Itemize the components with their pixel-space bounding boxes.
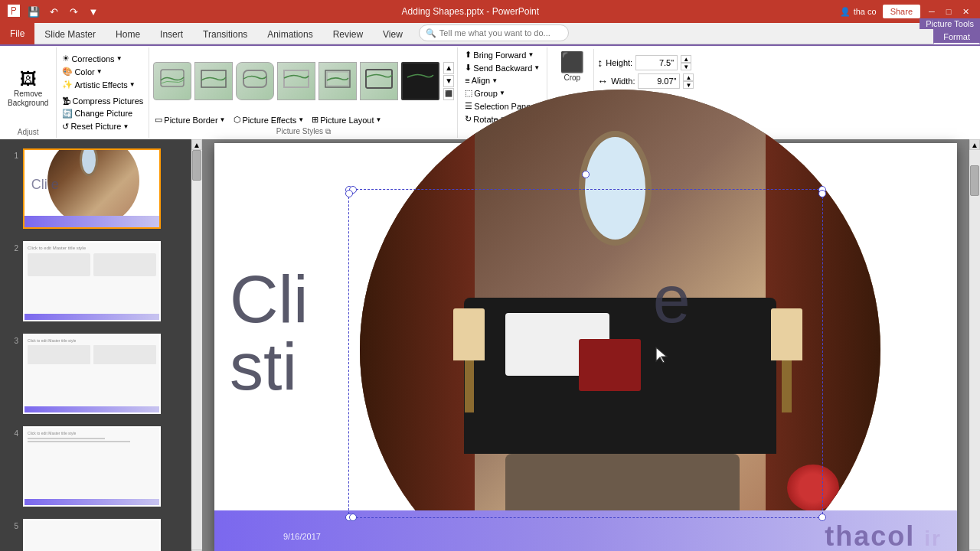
artistic-effects-icon: ✨ (62, 80, 73, 90)
border-icon: ▭ (155, 115, 162, 125)
tab-format[interactable]: Format (933, 29, 980, 44)
width-input[interactable] (638, 73, 680, 89)
align-button[interactable]: ≡ Align ▼ (462, 75, 542, 86)
redo-button[interactable]: ↷ (66, 4, 81, 19)
slide-thumbnail-3[interactable]: 3 Click to edit Master title style (3, 331, 188, 417)
slide-thumbnail-2[interactable]: 2 Click to edit Master title style (3, 238, 188, 324)
picture-style-3[interactable] (236, 62, 274, 100)
tab-transitions[interactable]: Transitions (193, 24, 257, 44)
reset-dropdown-arrow: ▼ (122, 123, 129, 130)
picture-style-1[interactable] (153, 62, 191, 100)
slide-preview-5[interactable] (23, 519, 161, 551)
height-spinner: ▲ ▼ (681, 55, 691, 70)
tab-slide-master[interactable]: Slide Master (34, 24, 106, 44)
slide-thumbnail-4[interactable]: 4 Click to edit Master title style (3, 423, 188, 510)
crop-icon: ⬛ (560, 52, 584, 72)
save-button[interactable]: 💾 (26, 4, 41, 19)
gallery-down-arrow[interactable]: ▼ (443, 75, 454, 87)
slide-date: 9/16/2017 (283, 532, 321, 541)
change-picture-button[interactable]: 🔄 Change Picture (60, 108, 145, 119)
canvas-scrollbar-right[interactable]: ▲ ▼ (969, 139, 980, 551)
height-input[interactable] (635, 55, 678, 70)
slide-preview-2[interactable]: Click to edit Master title style (23, 241, 161, 321)
customize-qat-button[interactable]: ▼ (86, 4, 101, 19)
slide-number-4: 4 (6, 426, 18, 438)
window-title: Adding Shapes.pptx - PowerPoint (402, 6, 539, 17)
slide-preview-3[interactable]: Click to edit Master title style (23, 334, 161, 414)
minimize-button[interactable]: ─ (926, 6, 937, 17)
canvas-scroll-track (969, 150, 980, 549)
tab-file[interactable]: File (0, 23, 34, 44)
remove-bg-icon: 🖼 (20, 71, 37, 88)
handle-s[interactable] (349, 514, 357, 521)
share-button[interactable]: Share (883, 5, 920, 18)
svg-rect-3 (284, 70, 309, 87)
change-picture-icon: 🔄 (62, 109, 73, 119)
slide-thumbnail-1[interactable]: 1 Cli e (3, 145, 188, 232)
bedroom-circle-image (360, 90, 880, 551)
canvas-area: Click to edit the stile CLICK T 9/16/201… (202, 139, 969, 551)
handle-se[interactable] (818, 514, 826, 521)
tab-view[interactable]: View (373, 24, 413, 44)
scroll-thumb[interactable] (192, 150, 201, 181)
canvas-scroll-thumb[interactable] (970, 165, 979, 196)
tell-me-input[interactable]: 🔍 (419, 24, 569, 41)
account-icon: 👤 (840, 7, 851, 17)
picture-border-button[interactable]: ▭ Picture Border ▼ (152, 114, 227, 126)
height-label: Height: (606, 58, 632, 67)
color-button[interactable]: 🎨 Color ▼ (60, 66, 145, 77)
picture-style-4[interactable] (277, 62, 315, 100)
height-up-button[interactable]: ▲ (681, 55, 691, 63)
maximize-button[interactable]: □ (943, 6, 954, 17)
width-row: ↔ Width: ▲ ▼ (597, 73, 694, 89)
header-right: 👤 tha co Share ─ □ ✕ (840, 5, 971, 18)
undo-button[interactable]: ↶ (46, 4, 61, 19)
reset-picture-button[interactable]: ↺ Reset Picture ▼ (60, 121, 145, 132)
svg-rect-7 (407, 70, 433, 88)
svg-rect-6 (366, 70, 392, 88)
tell-me-field[interactable] (439, 28, 562, 37)
bring-forward-dropdown-arrow: ▼ (528, 51, 534, 58)
width-up-button[interactable]: ▲ (683, 73, 694, 81)
width-down-button[interactable]: ▼ (683, 81, 694, 89)
artistic-effects-button[interactable]: ✨ Artistic Effects ▼ (60, 79, 145, 90)
slide-panel: 1 Cli e (0, 139, 191, 551)
tab-animations[interactable]: Animations (257, 24, 322, 44)
corrections-button[interactable]: ☀ Corrections ▼ (60, 53, 145, 64)
scroll-track (191, 150, 202, 549)
account-button[interactable]: 👤 tha co (840, 7, 877, 17)
close-button[interactable]: ✕ (960, 6, 971, 17)
picture-style-5[interactable] (318, 62, 357, 100)
reset-icon: ↺ (62, 122, 69, 132)
color-icon: 🎨 (62, 67, 73, 77)
picture-styles-expand-icon[interactable]: ⧉ (325, 127, 331, 135)
height-down-button[interactable]: ▼ (681, 63, 691, 70)
slide-canvas[interactable]: Click to edit the stile CLICK T 9/16/201… (214, 143, 957, 551)
picture-tools-context-label: Picture Tools (920, 18, 980, 29)
slide-watermark: thacol ir (825, 520, 942, 551)
slide-preview-1[interactable]: Cli e (23, 148, 161, 229)
gallery-up-arrow[interactable]: ▲ (443, 62, 454, 74)
tab-home[interactable]: Home (106, 24, 150, 44)
remove-background-button[interactable]: 🖼 RemoveBackground (5, 70, 51, 109)
bring-forward-button[interactable]: ⬆ Bring Forward ▼ (462, 49, 542, 60)
width-label: Width: (611, 77, 635, 86)
tab-insert[interactable]: Insert (150, 24, 193, 44)
scroll-up-button[interactable]: ▲ (191, 139, 202, 150)
slide-preview-4[interactable]: Click to edit Master title style (23, 426, 161, 507)
canvas-scroll-up[interactable]: ▲ (969, 139, 980, 150)
slide-panel-scrollbar[interactable]: ▲ ▼ (191, 139, 202, 551)
send-backward-dropdown-arrow: ▼ (534, 64, 540, 71)
picture-effects-button[interactable]: ⬡ Picture Effects ▼ (231, 114, 307, 126)
slide-bottom-bar: 9/16/2017 thacol ir (214, 510, 957, 551)
handle-w[interactable] (345, 190, 353, 197)
compress-pictures-button[interactable]: 🗜 Compress Pictures (60, 96, 145, 106)
title-bar: 🅿 💾 ↶ ↷ ▼ Adding Shapes.pptx - PowerPoin… (0, 0, 980, 23)
send-backward-button[interactable]: ⬇ Send Backward ▼ (462, 62, 542, 73)
tab-review[interactable]: Review (323, 24, 373, 44)
slide-thumbnail-5[interactable]: 5 (3, 516, 188, 551)
corrections-icon: ☀ (62, 54, 70, 64)
rotate-handle[interactable] (582, 171, 590, 178)
picture-style-2[interactable] (194, 62, 233, 100)
handle-e[interactable] (818, 190, 826, 197)
